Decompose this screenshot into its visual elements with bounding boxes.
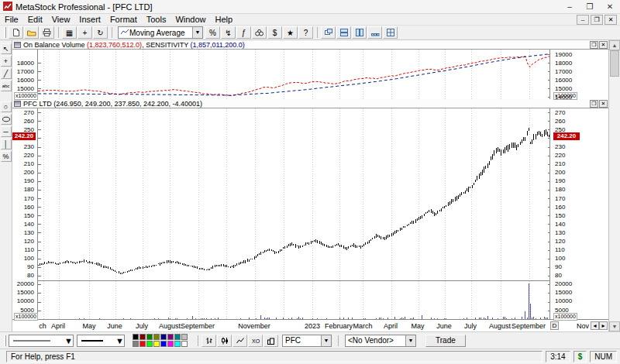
color-swatch[interactable]: [160, 334, 167, 340]
panel-close-icon[interactable]: ✕: [599, 100, 608, 108]
open-icon[interactable]: [24, 26, 39, 39]
crosshair-tool[interactable]: +: [1, 56, 12, 67]
horizontal-line-tool[interactable]: ─: [1, 126, 12, 137]
chevron-down-icon[interactable]: ▼: [321, 335, 331, 346]
color-swatch[interactable]: [181, 341, 188, 347]
y-tick-label: 210: [12, 161, 36, 167]
ellipse-tool[interactable]: [1, 114, 12, 125]
menu-format[interactable]: Format: [105, 15, 142, 24]
toolbar-grip[interactable]: [4, 335, 6, 346]
menu-insert[interactable]: Insert: [74, 15, 105, 24]
circle-tool[interactable]: ○: [1, 101, 12, 112]
color-swatch[interactable]: [153, 341, 160, 347]
equivolume-style-icon[interactable]: [264, 335, 278, 347]
line-weight-combobox[interactable]: ▼: [77, 335, 125, 347]
chevron-down-icon[interactable]: ▼: [64, 336, 73, 345]
scroll-left-button[interactable]: ◂: [591, 321, 599, 330]
candlestick-style-icon[interactable]: [217, 335, 232, 347]
bar-style-icon[interactable]: [202, 335, 216, 347]
mdi-minimize-button[interactable]: –: [577, 15, 589, 25]
close-button[interactable]: ✕: [600, 0, 620, 14]
trade-button[interactable]: Trade: [425, 335, 466, 347]
maximize-button[interactable]: ❐: [580, 0, 600, 14]
crosshair-icon[interactable]: +: [78, 26, 92, 39]
chevron-down-icon[interactable]: ▼: [192, 27, 202, 38]
y-tick-label: 200: [12, 170, 36, 176]
line-style-combobox[interactable]: ▼: [9, 335, 74, 347]
chevron-down-icon[interactable]: ▼: [115, 336, 124, 345]
menu-tools[interactable]: Tools: [142, 15, 171, 24]
print-icon[interactable]: [40, 26, 54, 39]
tile-vertical-icon[interactable]: [352, 26, 367, 39]
color-swatch[interactable]: [167, 341, 174, 347]
percent-retracement-tool[interactable]: %: [1, 151, 12, 162]
point-figure-style-icon[interactable]: XO: [248, 335, 263, 347]
color-swatch[interactable]: [174, 334, 181, 340]
price-plot[interactable]: [37, 108, 550, 280]
scrollbar-thumb[interactable]: [610, 50, 619, 77]
color-swatch[interactable]: [146, 334, 153, 340]
trendline-tool[interactable]: ╱: [1, 68, 12, 79]
periodicity-daily-button[interactable]: D: [550, 321, 559, 330]
menu-help[interactable]: Help: [211, 15, 238, 24]
xaxis-label: February: [325, 322, 353, 330]
chart-layout-icon[interactable]: [383, 26, 398, 39]
smart-chart-icon[interactable]: ↯: [221, 26, 236, 39]
obv-plot[interactable]: [37, 50, 550, 99]
color-swatch[interactable]: [167, 334, 174, 340]
color-swatch[interactable]: [133, 334, 139, 340]
color-swatch[interactable]: [160, 341, 167, 347]
cascade-windows-icon[interactable]: [321, 26, 336, 39]
tile-horizontal-icon[interactable]: [336, 26, 351, 39]
scroll-down-icon[interactable]: ▼: [609, 321, 620, 331]
text-tool[interactable]: abc: [1, 81, 12, 91]
price-panel-header[interactable]: PFC LTD (246.950, 249.200, 237.850, 242.…: [12, 99, 609, 108]
symbol-combobox[interactable]: PFC ▼: [282, 335, 332, 347]
mdi-restore-button[interactable]: ❐: [591, 15, 603, 25]
volume-plot[interactable]: [37, 280, 550, 319]
pointer-tool[interactable]: ↖: [1, 43, 12, 54]
vendor-combobox[interactable]: <No Vendor> ▼: [345, 335, 416, 347]
minimize-button[interactable]: –: [560, 0, 580, 14]
vertical-scrollbar[interactable]: ▲ ▼: [609, 40, 620, 331]
panel-restore-icon[interactable]: ❐: [590, 41, 598, 49]
indicator-quicklist-combobox[interactable]: Moving Average ▼: [118, 26, 203, 39]
refresh-icon[interactable]: ↻: [93, 26, 108, 39]
y-tick-label: 90: [12, 264, 36, 270]
color-swatch[interactable]: [146, 341, 153, 347]
new-chart-icon[interactable]: [9, 26, 23, 39]
toolbar-grip[interactable]: [4, 27, 6, 38]
menu-view[interactable]: View: [47, 15, 75, 24]
color-swatch[interactable]: [133, 341, 139, 347]
color-swatch[interactable]: [140, 334, 146, 340]
scroll-up-icon[interactable]: ▲: [609, 40, 620, 50]
color-swatch[interactable]: [140, 341, 146, 347]
system-tester-icon[interactable]: $: [267, 26, 282, 39]
vertical-line-tool[interactable]: │: [1, 139, 12, 149]
panel-close-icon[interactable]: ✕: [599, 41, 608, 49]
line-chart-style-icon[interactable]: [232, 335, 247, 347]
obv-panel-header[interactable]: On Balance Volume (1,823,760,512.0), SEN…: [12, 40, 609, 50]
expert-advisor-icon[interactable]: ★: [283, 26, 298, 39]
indicator-builder-icon[interactable]: ƒ: [236, 26, 251, 39]
periodicity-icon[interactable]: ▦: [62, 26, 77, 39]
y-tick-label: 20000: [12, 281, 36, 287]
chevron-down-icon[interactable]: ▼: [405, 335, 415, 346]
menu-file[interactable]: File: [0, 15, 23, 24]
mdi-close-button[interactable]: ✕: [604, 15, 617, 25]
explorer-icon[interactable]: [252, 26, 267, 39]
menu-edit[interactable]: Edit: [23, 15, 47, 24]
menu-window[interactable]: Window: [170, 15, 210, 24]
panel-restore-icon[interactable]: ❐: [590, 100, 598, 108]
color-swatch[interactable]: [181, 334, 188, 340]
color-swatch[interactable]: [153, 334, 160, 340]
xaxis-label: August: [489, 322, 511, 330]
symbol-value: PFC: [285, 336, 301, 345]
color-swatch[interactable]: [174, 341, 181, 347]
y-tick-label: 19000: [553, 52, 584, 58]
arrange-icons-icon[interactable]: [367, 26, 382, 39]
xaxis-label: May: [82, 322, 95, 330]
context-help-icon[interactable]: ?: [298, 26, 313, 39]
percent-change-icon[interactable]: %: [205, 26, 220, 39]
scroll-right-button[interactable]: ▸: [599, 321, 608, 330]
